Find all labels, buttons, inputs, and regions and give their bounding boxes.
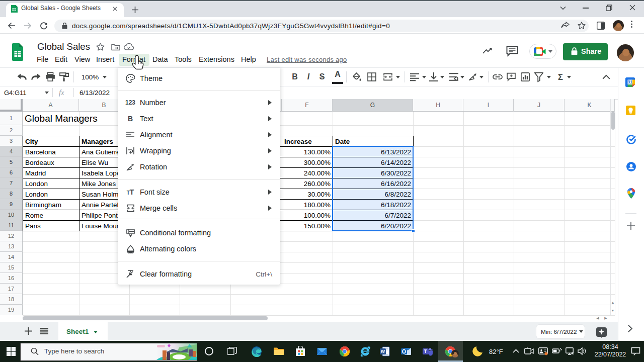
svg-text:31: 31	[628, 79, 633, 84]
